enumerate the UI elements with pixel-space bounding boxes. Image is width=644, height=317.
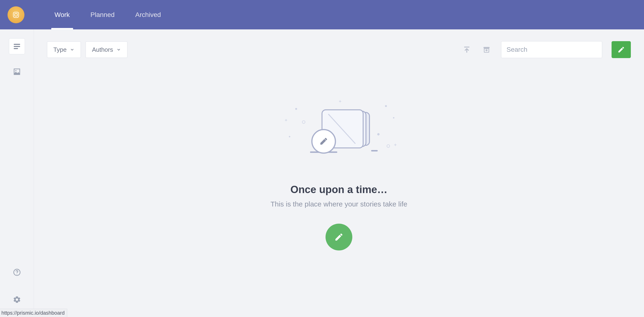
pencil-icon xyxy=(334,232,344,242)
gear-icon xyxy=(13,295,21,304)
svg-rect-8 xyxy=(464,47,470,48)
svg-point-13 xyxy=(393,117,394,119)
rail-settings[interactable] xyxy=(9,291,25,307)
app-header: Work Planned Archived xyxy=(0,0,644,29)
svg-rect-1 xyxy=(14,14,17,16)
empty-state-subtitle: This is the place where your stories tak… xyxy=(270,200,407,208)
svg-point-14 xyxy=(289,136,290,137)
svg-point-10 xyxy=(295,108,297,110)
svg-point-15 xyxy=(302,121,305,123)
rail-documents[interactable] xyxy=(9,38,25,54)
main-content: Type Authors xyxy=(34,29,644,317)
tab-label: Archived xyxy=(136,11,161,19)
rail-help[interactable] xyxy=(9,264,25,280)
tab-work[interactable]: Work xyxy=(53,0,72,29)
svg-rect-4 xyxy=(14,48,18,49)
svg-point-16 xyxy=(387,145,390,147)
svg-rect-2 xyxy=(14,44,20,45)
empty-state: Once upon a time… This is the place wher… xyxy=(47,49,631,296)
create-document-fab[interactable] xyxy=(326,224,352,250)
svg-rect-9 xyxy=(484,47,490,49)
workspace-logo[interactable] xyxy=(8,6,24,23)
tab-archived[interactable]: Archived xyxy=(134,0,163,29)
empty-state-title: Once upon a time… xyxy=(290,184,387,195)
svg-point-11 xyxy=(385,105,387,107)
empty-state-illustration xyxy=(276,94,402,170)
tab-label: Work xyxy=(54,11,70,19)
svg-point-7 xyxy=(16,274,17,274)
svg-rect-3 xyxy=(14,46,20,47)
svg-rect-0 xyxy=(14,12,19,18)
svg-point-12 xyxy=(377,133,380,135)
workspace-logo-icon xyxy=(12,11,20,19)
image-icon xyxy=(13,68,21,76)
svg-point-5 xyxy=(15,70,16,71)
text-lines-icon xyxy=(13,42,21,51)
rail-media[interactable] xyxy=(9,64,25,80)
tab-planned[interactable]: Planned xyxy=(88,0,116,29)
side-rail xyxy=(0,29,34,317)
status-bar-text: https://prismic.io/dashboard xyxy=(2,310,65,316)
header-tabs: Work Planned Archived xyxy=(53,0,163,29)
tab-label: Planned xyxy=(90,11,115,19)
help-circle-icon xyxy=(13,268,21,276)
status-bar: https://prismic.io/dashboard xyxy=(0,309,67,317)
